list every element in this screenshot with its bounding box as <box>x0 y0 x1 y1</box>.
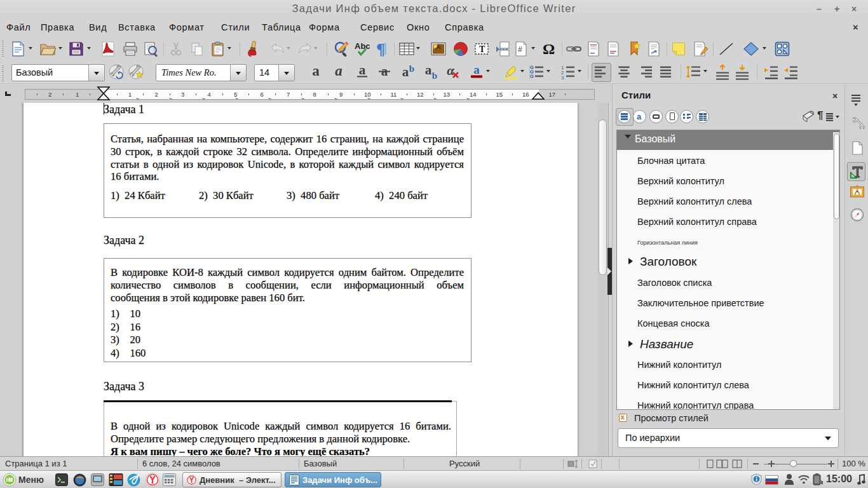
svg-text:T: T <box>479 44 485 54</box>
svg-text:a: a <box>473 64 480 76</box>
svg-text:¶: ¶ <box>376 41 385 57</box>
svg-text:3: 3 <box>561 75 564 80</box>
svg-text:a: a <box>312 64 320 79</box>
svg-text:Ω: Ω <box>543 41 555 57</box>
svg-text:a: a <box>425 64 432 78</box>
svg-text:a: a <box>359 64 366 78</box>
svg-text:#: # <box>518 45 522 54</box>
svg-text:b: b <box>432 71 437 80</box>
svg-text:a: a <box>335 64 342 79</box>
svg-text:Abc: Abc <box>355 41 370 51</box>
svg-text:b: b <box>409 64 414 74</box>
svg-text:α: α <box>447 64 454 78</box>
svg-text:a: a <box>402 64 409 79</box>
